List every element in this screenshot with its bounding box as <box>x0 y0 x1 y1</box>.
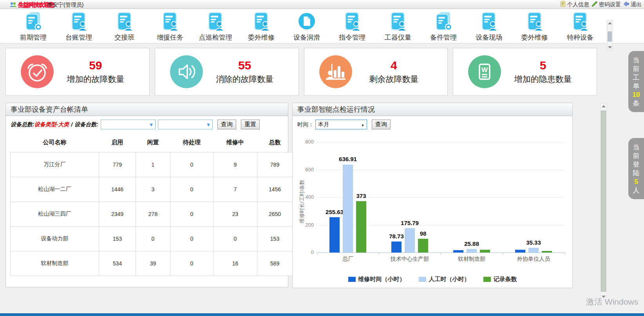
content-scrollbar[interactable] <box>600 103 607 300</box>
chart-bar-value-label: 35.33 <box>526 239 541 246</box>
side-badge[interactable]: 当前工单10条 <box>628 51 644 112</box>
chart-bar-value-label: 255.63 <box>326 209 344 215</box>
note-icon <box>560 1 566 8</box>
asset-filter-type-link[interactable]: 设备类型-大类 <box>34 121 69 128</box>
table-header-cell: 维修中 <box>213 133 257 152</box>
chart-plot-area: 总厂255.63636.91373技术中心生产部78.73175.7998软材制… <box>317 142 564 252</box>
top-link[interactable]: 退出 <box>623 1 642 8</box>
chart-category-label: 软材制造部 <box>458 256 485 263</box>
chevron-down-icon <box>148 121 154 128</box>
table-row: 松山湖三四厂23492780232650 <box>11 202 293 226</box>
w-doc-icon: W <box>468 55 501 88</box>
chart-y-tick-label: 0 <box>296 249 314 255</box>
scroll-up-icon[interactable] <box>602 105 606 107</box>
toolbar-item-label: 交接班 <box>114 33 134 42</box>
doc-person-icon <box>68 11 89 32</box>
inspection-bar-chart: 总厂255.63636.91373技术中心生产部78.73175.7998软材制… <box>293 132 572 289</box>
speaker-icon <box>170 55 203 88</box>
toolbar-scrollbar[interactable] <box>607 20 613 51</box>
svg-text:W: W <box>481 66 488 74</box>
toolbar-item[interactable]: 台账管理 <box>57 11 100 42</box>
table-cell: 2349 <box>99 202 136 226</box>
toolbar-item[interactable]: 特种设备 <box>559 11 602 42</box>
scroll-up-icon[interactable] <box>608 22 612 24</box>
chart-gridline <box>317 197 564 198</box>
chart-bar-value-label: 175.79 <box>401 220 419 226</box>
stat-card-body: 55消除的故障数量 <box>203 59 287 85</box>
toolbar-item[interactable]: 委外维修 <box>240 11 283 42</box>
toolbar-item-label: 特种设备 <box>567 33 593 42</box>
chart-bar <box>515 250 525 252</box>
chart-gridline <box>317 170 564 170</box>
scroll-down-icon[interactable] <box>608 46 612 49</box>
table-cell: 万江分厂 <box>11 152 99 177</box>
circle-page-icon <box>296 11 317 32</box>
table-cell: 1 <box>136 152 170 177</box>
table-cell: 0 <box>170 226 213 251</box>
chevron-down-icon <box>360 121 366 128</box>
asset-panel-title: 事业部设备资产台帐清单 <box>6 103 288 116</box>
chart-bar-value-label: 78.73 <box>389 233 404 240</box>
time-select[interactable]: 本月 <box>315 120 367 129</box>
content-scrollbar-thumb[interactable] <box>601 111 606 292</box>
toolbar-item[interactable]: 交接班 <box>103 11 146 42</box>
device-subtype-select[interactable] <box>158 120 213 129</box>
chart-bar <box>356 201 366 252</box>
toolbar-item[interactable]: 委外维修 <box>513 11 556 42</box>
stat-card-value: 4 <box>391 59 397 72</box>
top-link[interactable]: 密码设置 <box>592 1 621 8</box>
inspection-search-button[interactable]: 查询 <box>372 120 391 129</box>
toolbar-item[interactable]: 设备现场 <box>467 11 510 42</box>
chart-x-tick <box>564 252 565 255</box>
top-link-label: 密码设置 <box>599 1 621 8</box>
chart-y-tick-label: 600 <box>296 167 314 173</box>
side-badge[interactable]: 当前登陆5人 <box>628 138 644 199</box>
table-cell: 779 <box>99 152 136 177</box>
time-select-value: 本月 <box>316 120 367 129</box>
toolbar-item[interactable]: 备件管理 <box>422 11 465 42</box>
main-toolbar: 前期管理台账管理交接班增援任务点巡检管理委外维修设备润滑指令管理工器仪量备件管理… <box>0 9 644 44</box>
toolbar-scrollbar-thumb[interactable] <box>608 31 612 42</box>
table-cell: 松山湖三四厂 <box>11 202 99 226</box>
table-row: 设备动力部153000153 <box>11 226 293 251</box>
side-badge-text: 当前工单10条 <box>632 56 640 108</box>
chart-y-tick-label: 800 <box>296 139 314 145</box>
chart-category-label: 技术中心生产部 <box>391 256 429 263</box>
top-bar: 生益科技欢迎您 李安宁(管理员) 个人信息密码设置退出 <box>0 0 644 9</box>
toolbar-item[interactable]: 点巡检管理 <box>194 11 237 42</box>
stat-card-body: 4剩余故障数量 <box>352 59 436 85</box>
device-type-select[interactable] <box>101 120 156 129</box>
chart-category-label: 外协单位人员 <box>517 256 550 263</box>
chart-x-tick <box>441 252 441 255</box>
chart-bar <box>453 250 463 252</box>
doc-person-icon <box>251 11 272 32</box>
table-cell: 1446 <box>99 177 136 202</box>
toolbar-item[interactable]: 设备润滑 <box>285 11 328 42</box>
toolbar-item-label: 台账管理 <box>65 33 92 42</box>
time-filter-label: 时间： <box>297 121 314 128</box>
doc-gear-icon <box>23 11 44 32</box>
asset-reset-button[interactable]: 重置 <box>241 120 260 129</box>
chart-bar <box>542 251 552 252</box>
person-chart-icon <box>319 55 352 88</box>
alarm-clock-icon <box>21 55 54 88</box>
activate-windows-watermark: 激活 Windows <box>586 296 638 307</box>
chart-y-tick-label: 200 <box>296 222 314 228</box>
table-cell: 设备动力部 <box>11 226 99 251</box>
table-cell: 0 <box>136 226 170 251</box>
stat-card: 59增加的故障数量 <box>5 48 150 96</box>
legend-label: 维修时间（小时） <box>358 276 405 283</box>
top-link[interactable]: 个人信息 <box>560 1 589 8</box>
toolbar-item[interactable]: 指令管理 <box>331 11 374 42</box>
stat-card: 55消除的故障数量 <box>155 48 299 96</box>
asset-filter-label-count: 设备台数: <box>74 121 98 128</box>
chart-bar-value-label: 98 <box>420 230 427 237</box>
toolbar-item[interactable]: 增援任务 <box>148 11 192 42</box>
toolbar-item-label: 委外维修 <box>521 33 548 42</box>
chart-bar <box>528 248 539 252</box>
toolbar-item[interactable]: 前期管理 <box>12 11 55 42</box>
toolbar-item[interactable]: 工器仪量 <box>376 11 420 42</box>
table-header-cell: 公司名称 <box>11 133 99 152</box>
stat-card-value: 5 <box>540 59 546 72</box>
asset-search-button[interactable]: 查询 <box>217 120 236 129</box>
